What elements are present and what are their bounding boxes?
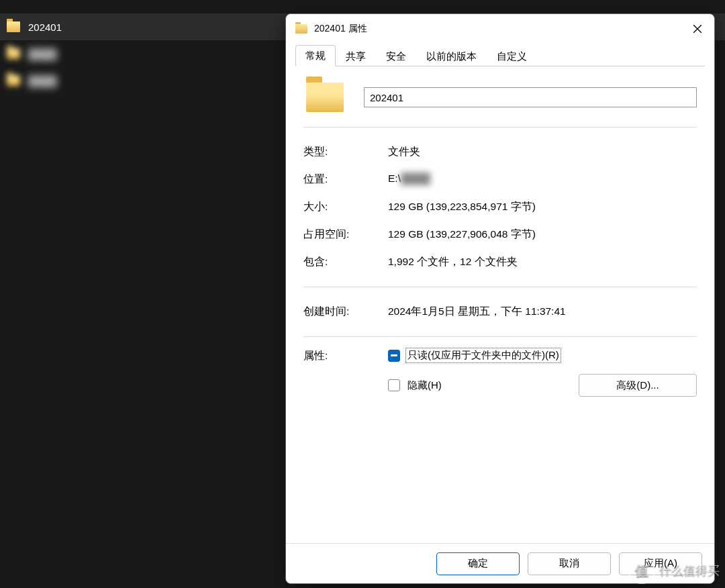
folder-icon (7, 21, 20, 32)
created-label: 创建时间: (303, 305, 388, 319)
folder-icon (295, 24, 307, 34)
readonly-checkbox[interactable] (388, 350, 400, 362)
folder-icon (7, 75, 20, 86)
close-button[interactable] (682, 15, 713, 42)
type-value: 文件夹 (388, 145, 697, 159)
readonly-label[interactable]: 只读(仅应用于文件夹中的文件)(R) (405, 348, 561, 363)
size-on-disk-label: 占用空间: (303, 228, 388, 242)
attributes-label: 属性: (303, 348, 388, 397)
size-label: 大小: (303, 200, 388, 214)
tab-bar: 常规 共享 安全 以前的版本 自定义 (295, 44, 705, 66)
tab-share[interactable]: 共享 (336, 46, 376, 66)
tab-previous-versions[interactable]: 以前的版本 (416, 46, 487, 66)
tab-general[interactable]: 常规 (295, 45, 336, 66)
ok-button[interactable]: 确定 (436, 552, 520, 575)
type-label: 类型: (303, 145, 388, 159)
dialog-titlebar: 202401 属性 (286, 14, 714, 44)
tab-custom[interactable]: 自定义 (487, 46, 537, 66)
folder-icon (306, 83, 344, 112)
folder-icon (7, 48, 20, 59)
tab-security[interactable]: 安全 (376, 46, 416, 66)
properties-dialog: 202401 属性 常规 共享 安全 以前的版本 自定义 类型: 文件夹 (285, 13, 715, 584)
size-on-disk-value: 129 GB (139,227,906,048 字节) (388, 228, 697, 242)
size-value: 129 GB (139,223,854,971 字节) (388, 200, 697, 214)
location-value: E:\████ (388, 173, 697, 187)
hidden-label[interactable]: 隐藏(H) (405, 378, 444, 393)
contains-value: 1,992 个文件，12 个文件夹 (388, 255, 697, 269)
file-name: ████ (28, 48, 57, 60)
created-value: 2024年1月5日 星期五，下午 11:37:41 (388, 305, 697, 319)
contains-label: 包含: (303, 255, 388, 269)
apply-button[interactable]: 应用(A) (619, 552, 702, 575)
dialog-title: 202401 属性 (314, 23, 682, 35)
folder-name-input[interactable] (364, 87, 697, 107)
close-icon (693, 25, 702, 33)
file-name: 202401 (28, 21, 62, 33)
cancel-button[interactable]: 取消 (528, 552, 611, 575)
file-name: ████ (28, 75, 57, 87)
dialog-footer: 确定 取消 应用(A) (286, 543, 714, 583)
hidden-checkbox[interactable] (388, 379, 400, 391)
location-label: 位置: (303, 173, 388, 187)
advanced-button[interactable]: 高级(D)... (579, 374, 697, 397)
